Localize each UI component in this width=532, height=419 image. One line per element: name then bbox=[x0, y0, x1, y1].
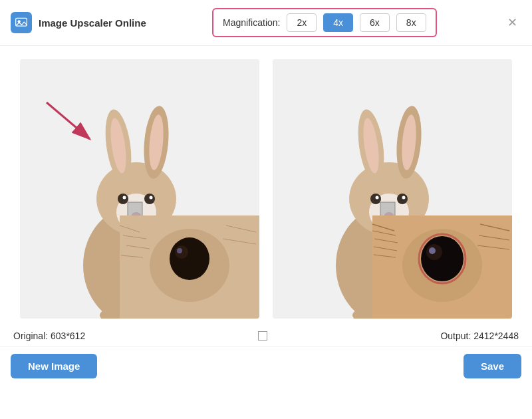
svg-point-51 bbox=[429, 247, 436, 254]
footer: New Image Save bbox=[0, 347, 532, 385]
header: Image Upscaler Online Magnification: 2x … bbox=[0, 0, 532, 46]
app-icon bbox=[11, 12, 32, 33]
svg-point-14 bbox=[150, 196, 153, 200]
svg-rect-46 bbox=[380, 202, 395, 217]
svg-point-22 bbox=[177, 248, 182, 253]
new-image-button[interactable]: New Image bbox=[11, 354, 97, 378]
header-left: Image Upscaler Online bbox=[11, 12, 146, 33]
compare-toggle[interactable] bbox=[258, 331, 267, 341]
output-image bbox=[273, 59, 512, 319]
svg-point-40 bbox=[370, 194, 381, 204]
info-bar: Original: 603*612 Output: 2412*2448 bbox=[0, 325, 532, 347]
close-icon: ✕ bbox=[507, 15, 517, 30]
original-image-panel[interactable] bbox=[20, 59, 259, 319]
svg-point-20 bbox=[170, 237, 209, 280]
mag-2x-button[interactable]: 2x bbox=[287, 13, 317, 32]
original-image bbox=[20, 59, 259, 319]
original-size-label: Original: 603*612 bbox=[13, 331, 85, 341]
svg-point-42 bbox=[376, 196, 379, 200]
output-size-label: Output: 2412*2448 bbox=[440, 331, 519, 341]
svg-point-41 bbox=[397, 194, 408, 204]
mag-6x-button[interactable]: 6x bbox=[360, 13, 390, 32]
save-button[interactable]: Save bbox=[464, 354, 521, 378]
svg-point-49 bbox=[421, 236, 464, 281]
magnification-control: Magnification: 2x 4x 6x 8x bbox=[212, 8, 437, 37]
close-button[interactable]: ✕ bbox=[503, 13, 521, 32]
mag-8x-button[interactable]: 8x bbox=[396, 13, 426, 32]
app-title: Image Upscaler Online bbox=[39, 17, 146, 29]
output-image-panel[interactable] bbox=[273, 59, 512, 319]
mag-4x-button[interactable]: 4x bbox=[323, 13, 353, 32]
svg-point-12 bbox=[144, 194, 155, 204]
svg-point-43 bbox=[402, 196, 406, 200]
svg-point-11 bbox=[118, 194, 128, 204]
magnification-label: Magnification: bbox=[223, 17, 280, 28]
svg-point-13 bbox=[123, 196, 126, 200]
main-area bbox=[0, 46, 532, 325]
svg-rect-17 bbox=[128, 202, 142, 217]
